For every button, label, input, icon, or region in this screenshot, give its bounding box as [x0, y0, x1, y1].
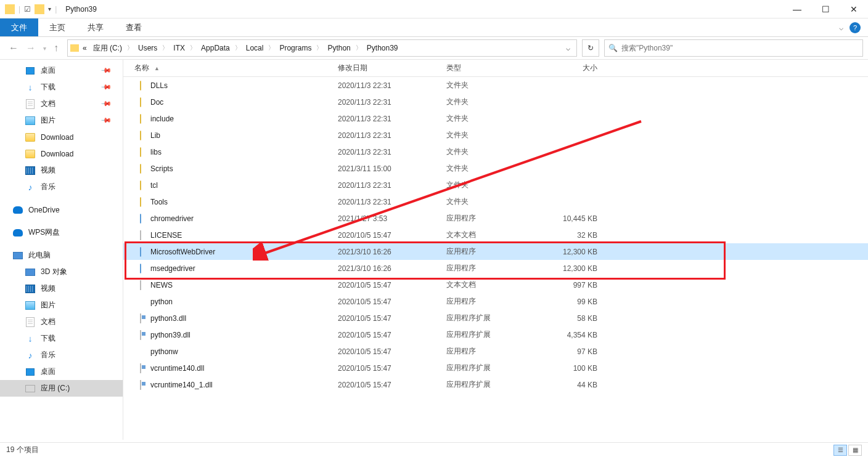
column-size[interactable]: 大小: [542, 63, 610, 73]
file-row[interactable]: msedgedriver2021/3/10 16:26应用程序12,300 KB: [123, 260, 868, 277]
minimize-button[interactable]: —: [783, 0, 811, 18]
file-row[interactable]: NEWS2020/10/5 15:47文本文档997 KB: [123, 277, 868, 293]
tree-item[interactable]: ♪音乐: [0, 347, 123, 363]
breadcrumb-overflow[interactable]: «: [80, 44, 89, 52]
file-pane: 名称▲ 修改日期 类型 大小 DLLs2020/11/3 22:31文件夹Doc…: [123, 60, 868, 440]
address-bar[interactable]: « 应用 (C:)〉 Users〉 ITX〉 AppData〉 Local〉 P…: [67, 39, 577, 57]
video-icon: [25, 166, 36, 176]
search-box[interactable]: 🔍: [604, 39, 863, 57]
chevron-right-icon[interactable]: 〉: [315, 44, 324, 52]
nav-tree[interactable]: 桌面📌↓下载📌文档📌图片📌DownloadDownload视频♪音乐OneDri…: [0, 60, 123, 440]
search-input[interactable]: [621, 44, 859, 52]
ribbon-tab-file[interactable]: 文件: [0, 18, 38, 36]
breadcrumb[interactable]: ITX: [171, 44, 187, 52]
address-dropdown-icon[interactable]: ⌵: [562, 44, 574, 52]
file-type: 文件夹: [446, 147, 542, 157]
qat-folder-icon[interactable]: [35, 4, 44, 14]
qat-dropdown-icon[interactable]: ▾: [48, 6, 51, 12]
ribbon-expand-icon[interactable]: ⌵: [839, 23, 843, 32]
column-type[interactable]: 类型: [446, 63, 542, 73]
file-icon-cell: [134, 80, 147, 91]
breadcrumb[interactable]: Programs: [277, 44, 314, 52]
file-row[interactable]: Doc2020/11/3 22:31文件夹: [123, 94, 868, 110]
desktop-icon: [25, 66, 36, 76]
file-row[interactable]: Tools2020/11/3 22:31文件夹: [123, 193, 868, 210]
details-view-button[interactable]: ☰: [833, 445, 847, 456]
file-row[interactable]: LICENSE2020/10/5 15:47文本文档32 KB: [123, 227, 868, 243]
tree-item[interactable]: 此电脑: [0, 247, 123, 264]
qat-checkbox-icon[interactable]: ☑: [24, 5, 31, 14]
ribbon-tabs: 文件 主页 共享 查看 ⌵ ?: [0, 18, 868, 37]
up-button[interactable]: ↑: [54, 42, 59, 54]
tree-item[interactable]: 图片: [0, 297, 123, 313]
tree-item[interactable]: Download: [0, 129, 123, 145]
chevron-right-icon[interactable]: 〉: [161, 44, 170, 52]
file-row[interactable]: vcruntime140_1.dll2020/10/5 15:47应用程序扩展4…: [123, 376, 868, 393]
icons-view-button[interactable]: ▦: [848, 445, 862, 456]
file-row[interactable]: MicrosoftWebDriver2021/3/10 16:26应用程序12,…: [123, 243, 868, 260]
chevron-right-icon[interactable]: 〉: [189, 44, 197, 52]
help-icon[interactable]: ?: [850, 22, 861, 33]
column-date[interactable]: 修改日期: [338, 63, 446, 73]
maximize-button[interactable]: ☐: [811, 0, 840, 18]
pc-icon: [12, 251, 23, 261]
breadcrumb[interactable]: Python: [325, 44, 353, 52]
tree-item[interactable]: 应用 (C:): [0, 380, 123, 397]
ribbon-tab-home[interactable]: 主页: [38, 18, 76, 36]
file-date: 2020/10/5 15:47: [338, 297, 446, 306]
file-row[interactable]: libs2020/11/3 22:31文件夹: [123, 144, 868, 160]
file-row[interactable]: pythonw2020/10/5 15:47应用程序97 KB: [123, 343, 868, 360]
cloud-icon: [12, 228, 23, 238]
chevron-right-icon[interactable]: 〉: [126, 44, 134, 52]
file-row[interactable]: python2020/10/5 15:47应用程序99 KB: [123, 293, 868, 310]
ribbon-tab-share[interactable]: 共享: [76, 18, 115, 36]
breadcrumb[interactable]: 应用 (C:): [91, 43, 125, 54]
ribbon-tab-view[interactable]: 查看: [115, 18, 153, 36]
breadcrumb[interactable]: Users: [136, 44, 160, 52]
file-row[interactable]: Scripts2021/3/11 15:00文件夹: [123, 160, 868, 177]
tree-item[interactable]: 文档: [0, 313, 123, 330]
file-date: 2020/11/3 22:31: [338, 181, 446, 190]
pin-icon: 📌: [100, 65, 112, 76]
forward-button[interactable]: →: [26, 42, 36, 54]
file-row[interactable]: tcl2020/11/3 22:31文件夹: [123, 177, 868, 193]
tree-item[interactable]: 桌面📌: [0, 62, 123, 79]
breadcrumb[interactable]: AppData: [199, 44, 232, 52]
tree-item[interactable]: 图片📌: [0, 112, 123, 129]
file-row[interactable]: python3.dll2020/10/5 15:47应用程序扩展58 KB: [123, 310, 868, 326]
tree-item[interactable]: WPS网盘: [0, 224, 123, 241]
file-type: 文件夹: [446, 180, 542, 190]
file-row[interactable]: vcruntime140.dll2020/10/5 15:47应用程序扩展100…: [123, 360, 868, 376]
file-row[interactable]: Lib2020/11/3 22:31文件夹: [123, 127, 868, 144]
tree-item[interactable]: Download: [0, 145, 123, 162]
tree-item[interactable]: 文档📌: [0, 95, 123, 112]
file-row[interactable]: python39.dll2020/10/5 15:47应用程序扩展4,354 K…: [123, 326, 868, 343]
tree-item[interactable]: ↓下载📌: [0, 79, 123, 95]
recent-dropdown-icon[interactable]: ▾: [43, 45, 46, 52]
chevron-right-icon[interactable]: 〉: [354, 44, 363, 52]
refresh-button[interactable]: ↻: [582, 39, 599, 57]
file-row[interactable]: DLLs2020/11/3 22:31文件夹: [123, 77, 868, 94]
tree-item[interactable]: 桌面: [0, 363, 123, 380]
file-name: python3.dll: [150, 314, 338, 323]
file-row[interactable]: chromedriver2021/1/27 3:53应用程序10,445 KB: [123, 210, 868, 227]
dll-icon: [140, 331, 141, 339]
chevron-right-icon[interactable]: 〉: [267, 44, 276, 52]
column-name[interactable]: 名称▲: [134, 63, 338, 73]
breadcrumb[interactable]: Python39: [364, 44, 401, 52]
file-size: 12,300 KB: [542, 264, 610, 273]
tree-item[interactable]: ↓下载: [0, 330, 123, 347]
chevron-right-icon[interactable]: 〉: [234, 44, 242, 52]
back-button[interactable]: ←: [9, 42, 18, 54]
tree-item[interactable]: OneDrive: [0, 201, 123, 218]
tree-item[interactable]: 3D 对象: [0, 264, 123, 280]
file-name: python: [150, 297, 338, 306]
file-row[interactable]: include2020/11/3 22:31文件夹: [123, 110, 868, 127]
window-title: Python39: [65, 5, 97, 14]
close-button[interactable]: ✕: [840, 0, 868, 18]
breadcrumb[interactable]: Local: [244, 44, 266, 52]
tree-item[interactable]: 视频: [0, 280, 123, 297]
file-icon: [25, 99, 36, 109]
tree-item[interactable]: 视频: [0, 162, 123, 179]
tree-item[interactable]: ♪音乐: [0, 179, 123, 195]
